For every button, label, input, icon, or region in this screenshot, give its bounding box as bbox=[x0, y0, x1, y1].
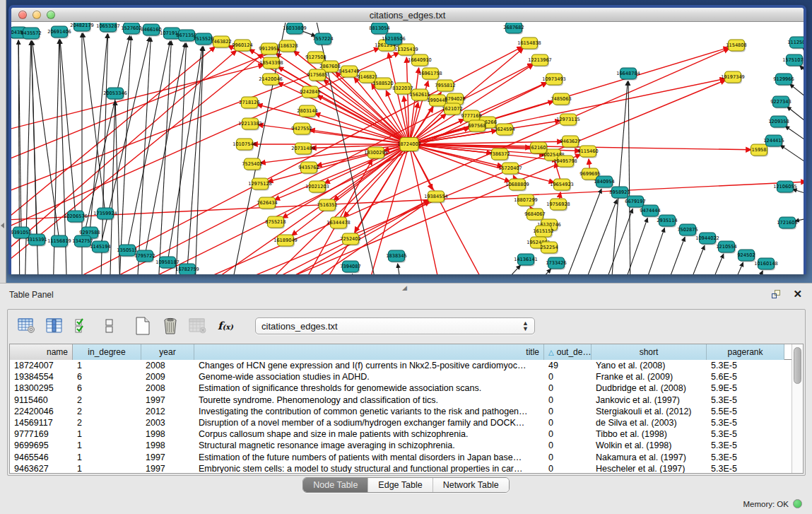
row-height-button[interactable] bbox=[99, 315, 120, 337]
table-cell[interactable]: 2008 bbox=[141, 382, 194, 394]
graph-edge[interactable] bbox=[628, 81, 630, 274]
table-vertical-scrollbar[interactable] bbox=[792, 344, 803, 473]
table-cell[interactable]: 5.3E-5 bbox=[707, 452, 784, 463]
table-row[interactable]: 2242004622012Investigating the contribut… bbox=[10, 406, 792, 417]
table-row[interactable]: 946362711997Embryonic stem cells: a mode… bbox=[10, 463, 792, 473]
table-cell[interactable]: Wolkin et al. (1998) bbox=[592, 440, 707, 451]
splitter-handle-icon[interactable]: ◢ bbox=[402, 284, 407, 291]
table-cell[interactable]: Estimation of significance thresholds fo… bbox=[194, 382, 544, 394]
graph-edge[interactable] bbox=[499, 269, 551, 274]
column-header-out-de-[interactable]: △out_de… bbox=[544, 344, 592, 360]
table-cell[interactable]: 0 bbox=[544, 406, 592, 417]
table-cell[interactable]: 1 bbox=[73, 452, 141, 463]
table-cell[interactable]: 5.3E-5 bbox=[707, 463, 784, 473]
table-cell[interactable]: Hescheler et al. (1997) bbox=[592, 463, 707, 473]
table-cell[interactable]: 9777169 bbox=[10, 428, 73, 440]
graph-edge[interactable] bbox=[464, 265, 521, 274]
delete-table-button[interactable] bbox=[160, 315, 181, 337]
table-cell[interactable]: Structural magnetic resonance image aver… bbox=[194, 440, 544, 451]
network-window-titlebar[interactable]: citations_edges.txt bbox=[11, 8, 804, 22]
table-cell[interactable]: 5.6E-5 bbox=[707, 371, 784, 382]
table-row[interactable]: 969969511998Structural magnetic resonanc… bbox=[10, 440, 792, 451]
table-row[interactable]: 1872400712008Changes of HCN gene express… bbox=[10, 360, 792, 371]
column-header-title[interactable]: title bbox=[194, 344, 544, 360]
table-cell[interactable]: 0 bbox=[544, 395, 592, 406]
table-row[interactable]: 946554611997Estimation of the future num… bbox=[10, 452, 792, 463]
table-cell[interactable]: 6 bbox=[73, 382, 141, 394]
table-cell[interactable]: Disruption of a novel member of a sodium… bbox=[194, 417, 544, 428]
table-row[interactable]: 977716911998Corpus callosum shape and si… bbox=[10, 428, 792, 440]
graph-edge[interactable] bbox=[673, 245, 705, 274]
table-cell[interactable]: 2 bbox=[73, 406, 141, 417]
table-cell[interactable]: 1 bbox=[73, 440, 141, 451]
table-cell[interactable]: 5.3E-5 bbox=[707, 428, 784, 440]
function-builder-button[interactable]: f(x) bbox=[215, 315, 236, 337]
graph-edge[interactable] bbox=[11, 65, 264, 136]
graph-edge[interactable] bbox=[787, 107, 804, 136]
table-cell[interactable]: 2012 bbox=[141, 406, 194, 417]
table-cell[interactable]: 2008 bbox=[141, 360, 194, 371]
table-cell[interactable]: 18724007 bbox=[10, 360, 73, 371]
select-rows-button[interactable] bbox=[71, 315, 93, 337]
table-cell[interactable]: Embryonic stem cells: a model to study s… bbox=[194, 463, 544, 473]
float-panel-icon[interactable] bbox=[772, 289, 782, 299]
table-cell[interactable]: 0 bbox=[544, 440, 592, 451]
scrollbar-thumb[interactable] bbox=[794, 347, 801, 384]
graph-edge[interactable] bbox=[652, 237, 685, 274]
tab-edge-table[interactable]: Edge Table bbox=[368, 478, 433, 492]
table-cell[interactable]: 14569117 bbox=[10, 417, 73, 428]
table-cell[interactable]: 5.5E-5 bbox=[707, 406, 784, 417]
table-cell[interactable]: 1 bbox=[73, 463, 141, 473]
table-cell[interactable]: 1997 bbox=[141, 452, 194, 463]
create-table-button[interactable] bbox=[132, 315, 153, 337]
table-cell[interactable]: Changes of HCN gene expression and I(f) … bbox=[194, 360, 544, 371]
table-cell[interactable]: 0 bbox=[544, 417, 592, 428]
graph-edge[interactable] bbox=[245, 201, 430, 274]
table-row[interactable]: 1938455462009Genome-wide association stu… bbox=[10, 371, 792, 382]
graph-edge[interactable] bbox=[181, 200, 429, 274]
table-cell[interactable]: 2 bbox=[73, 395, 141, 406]
column-header-in-degree[interactable]: in_degree bbox=[73, 344, 141, 360]
west-panel-splitter[interactable] bbox=[0, 0, 6, 283]
table-cell[interactable]: 1998 bbox=[141, 428, 194, 440]
graph-edge[interactable] bbox=[785, 126, 804, 156]
table-cell[interactable]: Investigating the contribution of common… bbox=[194, 406, 544, 417]
graph-edge[interactable] bbox=[609, 218, 647, 274]
table-cell[interactable]: Nakamura et al. (1997) bbox=[592, 452, 707, 463]
table-row[interactable]: 1456911722003Disruption of a novel membe… bbox=[10, 417, 792, 428]
table-cell[interactable]: 5.3E-5 bbox=[707, 440, 784, 451]
graph-edge[interactable] bbox=[568, 199, 617, 274]
table-cell[interactable]: 0 bbox=[544, 452, 592, 463]
table-cell[interactable]: 1 bbox=[73, 360, 141, 371]
graph-edge[interactable] bbox=[117, 36, 131, 274]
table-row[interactable]: 911546021997Tourette syndrome. Phenomeno… bbox=[10, 395, 792, 406]
column-header-name[interactable]: name bbox=[10, 344, 73, 360]
table-cell[interactable]: 18300295 bbox=[10, 382, 73, 394]
table-cell[interactable]: Stergiakouli et al. (2012) bbox=[592, 406, 707, 417]
table-cell[interactable]: 9465546 bbox=[10, 452, 73, 463]
table-cell[interactable]: 1 bbox=[73, 428, 141, 440]
table-cell[interactable]: 6 bbox=[73, 371, 141, 382]
table-row[interactable]: 1830029562008Estimation of significance … bbox=[10, 382, 792, 394]
table-cell[interactable]: 5.3E-5 bbox=[707, 395, 784, 406]
splitter-collapse-icon[interactable] bbox=[1, 223, 4, 228]
graph-edge[interactable] bbox=[398, 264, 407, 274]
table-cell[interactable]: Franke et al. (2009) bbox=[592, 371, 707, 382]
graph-edge[interactable] bbox=[736, 271, 763, 274]
table-cell[interactable]: 19384554 bbox=[10, 371, 73, 382]
table-cell[interactable]: Jankovic et al. (1997) bbox=[592, 395, 707, 406]
table-selector-combo[interactable]: citations_edges.txt ▲▼ bbox=[255, 317, 535, 334]
table-cell[interactable]: 0 bbox=[544, 371, 592, 382]
table-cell[interactable]: 49 bbox=[544, 360, 592, 371]
graph-edge[interactable] bbox=[694, 254, 724, 274]
table-cell[interactable]: 5.3E-5 bbox=[707, 360, 784, 371]
graph-edge[interactable] bbox=[800, 66, 804, 93]
table-cell[interactable]: 2003 bbox=[141, 417, 194, 428]
graph-edge[interactable] bbox=[145, 43, 185, 256]
table-cell[interactable]: 1998 bbox=[141, 440, 194, 451]
graph-edge[interactable] bbox=[209, 200, 429, 274]
table-cell[interactable]: Yano et al. (2008) bbox=[592, 360, 707, 371]
table-cell[interactable]: Tibbo et al. (1998) bbox=[592, 428, 707, 440]
graph-edge[interactable] bbox=[589, 209, 632, 274]
table-cell[interactable]: 22420046 bbox=[10, 406, 73, 417]
